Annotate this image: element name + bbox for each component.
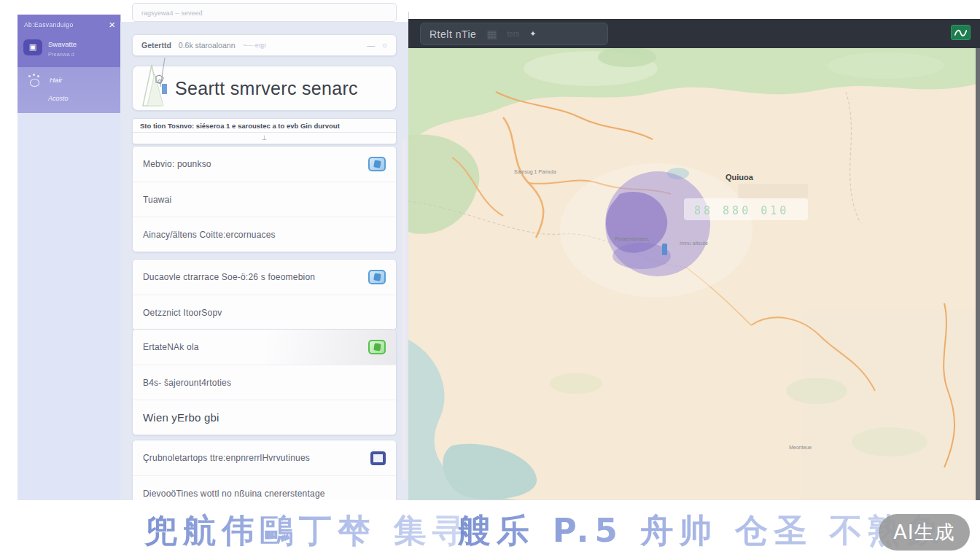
settings-group-1: Mebvio: pounkso Tuawai Ainacy/ältens Coi… <box>132 146 397 252</box>
panel-scrollbar[interactable] <box>402 139 406 481</box>
settings-row-dievoo[interactable]: DievooöTines wottl no nßuina cnererstent… <box>133 475 396 500</box>
ai-generated-badge: AI生成 <box>879 514 970 551</box>
map-label-city: Quiuoa <box>726 173 754 182</box>
map-hud-digits: 88 880 010 <box>694 204 789 217</box>
sidebar-nav-section: Hair Acosto <box>18 67 120 113</box>
map-label-small3: Meonteue <box>789 445 812 450</box>
settings-row-b4s[interactable]: B4s- šajerount4rtoties <box>133 365 396 400</box>
map-topbar: Rtelt nTie ▦ ters ✦ <box>408 19 980 48</box>
route-button[interactable] <box>951 25 971 40</box>
sidebar-item-primary[interactable]: ▣ Swavatte Preanwa d <box>23 36 77 58</box>
building-icon[interactable]: ▦ <box>486 28 497 41</box>
settings-row-privacy[interactable]: Ainacy/ältens Coitte:ercornuaces <box>133 217 396 252</box>
map-edge-strip <box>976 48 980 500</box>
info-banner[interactable]: Sto tion Tosnvo: siéseroa 1 e saroustec … <box>132 118 397 144</box>
map-container: 88 880 010 Quiuoa Samsug 1 Pamuta Roaems… <box>408 48 980 500</box>
setting-label: Tuawai <box>143 195 171 205</box>
panel-top-partial-card[interactable]: ragsyewa4 -- seveed <box>132 3 397 22</box>
settings-row-wien[interactable]: Wien yErbo gbi <box>133 400 396 435</box>
settings-group-4: Çrubnoletartops ttre:enpnrerrlHvrvutinue… <box>132 440 397 500</box>
close-icon[interactable]: × <box>109 19 115 30</box>
caret-icon: ⊥ <box>133 133 396 141</box>
map-search-bar[interactable]: Rtelt nTie ▦ ters ✦ <box>420 23 608 45</box>
toggle-icon[interactable] <box>368 270 386 284</box>
setting-label: Mebvio: pounkso <box>143 159 211 169</box>
paw-icon <box>28 75 41 87</box>
general-label: Geterttd <box>141 41 171 50</box>
setting-label: Wien yErbo gbi <box>143 411 219 424</box>
setting-label: Ainacy/ältens Coitte:ercornuaces <box>143 230 276 240</box>
setting-label: Ducaovle ctrarrace Soe-ö:26 s foeomebion <box>143 272 315 282</box>
map-label-sub: Imnu atteute <box>680 241 708 246</box>
general-settings-bar[interactable]: Geterttd 0.6k staroaloann ~—·eqp — ○ <box>132 34 397 56</box>
toggle-icon[interactable] <box>368 157 386 171</box>
map-label-tiny1: Samsug 1 Pamuta <box>514 169 556 175</box>
settings-row-ducaovle[interactable]: Ducaovle ctrarrace Soe-ö:26 s foeomebion <box>133 260 396 295</box>
sidebar-item-label: Swavatte <box>48 40 77 48</box>
settings-row-tuawai[interactable]: Tuawai <box>133 182 396 217</box>
minimize-icon[interactable]: — <box>367 41 375 50</box>
general-value: 0.6k staroaloann <box>179 41 236 50</box>
page-title: Seartt smrverc senarc <box>175 78 358 99</box>
sidebar: Ab:Easvanduigo × ▣ Swavatte Preanwa d Ha… <box>18 15 120 500</box>
search-input-text: Rtelt nTie <box>429 28 476 40</box>
setting-label: DievooöTines wottl no nßuina cnererstent… <box>143 489 325 499</box>
settings-group-2: Ducaovle ctrarrace Soe-ö:26 s foeomebion… <box>132 259 397 330</box>
map-marker[interactable] <box>662 244 667 255</box>
general-hint: ~—·eqp <box>242 42 265 49</box>
sidebar-nav-item-2[interactable]: Acosto <box>48 95 69 102</box>
map-canvas[interactable]: 88 880 010 Quiuoa Samsug 1 Pamuta Roaems… <box>408 48 980 500</box>
setting-label: Çrubnoletartops ttre:enpnrerrlHvrvutinue… <box>143 453 310 463</box>
settings-row-ertatenak[interactable]: ErtateNAk ola <box>133 330 396 365</box>
map-label-area: Roaemsnaer, <box>615 236 650 242</box>
settings-row-oetzznict[interactable]: Oetzznict ItoorSopv <box>133 295 396 330</box>
settings-row-mebvio[interactable]: Mebvio: pounkso <box>133 147 396 182</box>
hero-card: Seartt smrverc senarc <box>132 66 397 111</box>
pin-icon[interactable]: ✦ <box>529 29 536 39</box>
checkbox-icon[interactable] <box>370 451 386 465</box>
app-window: Ab:Easvanduigo × ▣ Swavatte Preanwa d Ha… <box>0 0 980 560</box>
setting-label: B4s- šajerount4rtoties <box>143 378 231 388</box>
setting-label: ErtateNAk ola <box>143 342 199 352</box>
app-icon: ▣ <box>23 39 42 55</box>
sketch-icon <box>136 55 178 110</box>
sidebar-item-subtext: Preanwa d <box>48 51 77 58</box>
setting-label: Oetzznict ItoorSopv <box>143 308 222 318</box>
sidebar-nav-item-1[interactable]: Hair <box>50 76 62 84</box>
settings-group-3: ErtateNAk ola B4s- šajerount4rtoties Wie… <box>132 329 397 435</box>
toggle-icon[interactable] <box>368 340 386 354</box>
info-banner-text: Sto tion Tosnvo: siéseroa 1 e saroustec … <box>133 119 396 133</box>
search-hint: ters <box>508 30 520 38</box>
sidebar-header: Ab:Easvanduigo × ▣ Swavatte Preanwa d <box>18 15 120 67</box>
circle-icon[interactable]: ○ <box>382 41 387 50</box>
settings-row-crub[interactable]: Çrubnoletartops ttre:enpnrerrlHvrvutinue… <box>133 440 396 475</box>
watermark-text-2: 艘乐 P.5 舟帅 仓圣 不熟象 <box>458 509 946 553</box>
route-icon <box>954 28 968 37</box>
settings-panel: Geterttd 0.6k staroaloann ~—·eqp — ○ Sea… <box>120 22 408 500</box>
sidebar-title: Ab:Easvanduigo <box>24 21 74 28</box>
watermark-text-1: 兜航伟鷗丁梺 集寻 <box>144 509 471 553</box>
